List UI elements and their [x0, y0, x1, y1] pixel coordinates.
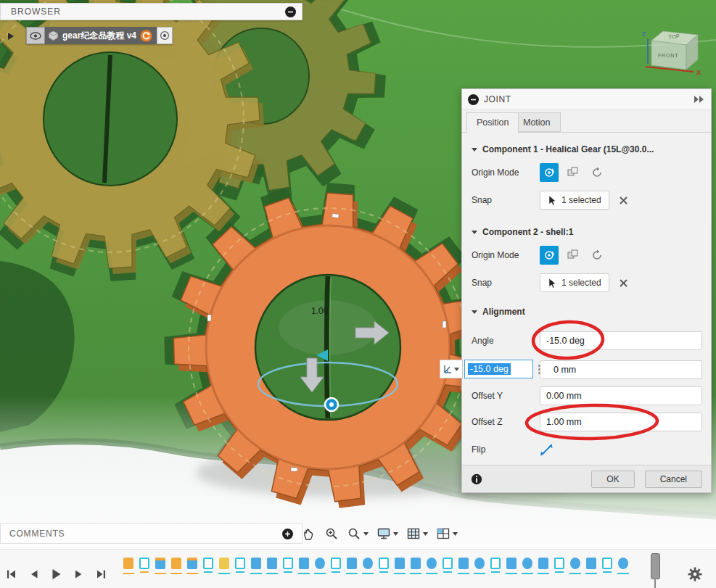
timeline-feature-icon[interactable]: [187, 558, 197, 569]
snap-selection-button[interactable]: 1 selected: [540, 273, 609, 292]
browser-collapse-arrow[interactable]: [7, 30, 15, 44]
timeline-feature-icon[interactable]: [474, 558, 485, 569]
timeline-settings-gear-icon[interactable]: [688, 567, 702, 581]
timeline-feature-icon[interactable]: [379, 558, 389, 569]
flip-label: Flip: [472, 444, 540, 455]
playback-controls: [6, 568, 107, 580]
timeline-feature-track[interactable]: [123, 558, 628, 569]
timeline-feature-icon[interactable]: [155, 558, 165, 569]
timeline-feature-icon[interactable]: [586, 558, 596, 569]
browser-root-component[interactable]: gear纪念品教程 v4: [26, 27, 173, 44]
snap-selection-button[interactable]: 1 selected: [540, 191, 609, 210]
timeline-feature-icon[interactable]: [538, 558, 548, 569]
browser-panel[interactable]: BROWSER: [0, 3, 303, 20]
viewports-tool[interactable]: [436, 526, 458, 541]
minimize-panel-button[interactable]: [285, 7, 296, 17]
measure-type-dropdown[interactable]: [440, 360, 463, 378]
clear-selection-button[interactable]: [620, 279, 627, 287]
timeline-feature-icon[interactable]: [299, 558, 309, 569]
angle-input[interactable]: [540, 331, 702, 350]
timeline-feature-icon[interactable]: [267, 558, 277, 569]
grid-and-snaps-tool[interactable]: [406, 526, 428, 541]
component2-section-header[interactable]: Component 2 - shell:1: [472, 227, 704, 237]
joint-origin-dot-center: [329, 402, 334, 407]
cancel-button[interactable]: Cancel: [645, 471, 702, 488]
zoom-tool[interactable]: [347, 526, 369, 541]
update-available-icon[interactable]: [140, 30, 152, 42]
flip-row: Flip: [472, 439, 702, 460]
timeline-feature-icon[interactable]: [490, 558, 501, 569]
origin-mode-joint-origin-button[interactable]: [540, 246, 559, 265]
timeline-feature-icon[interactable]: [283, 558, 293, 569]
flip-icon: [540, 443, 554, 457]
origin-mode-between-faces-button[interactable]: [564, 163, 583, 182]
timeline-feature-icon[interactable]: [443, 558, 453, 569]
display-settings-tool[interactable]: [376, 526, 398, 541]
timeline-bar[interactable]: [0, 549, 716, 588]
info-button[interactable]: [471, 473, 482, 485]
eye-icon: [30, 32, 41, 40]
comments-title: COMMENTS: [9, 529, 282, 539]
component1-section-header[interactable]: Component 1 - Healical Gear (15L@30.0...: [472, 144, 704, 154]
timeline-feature-icon[interactable]: [219, 558, 229, 569]
origin-mode-simple-button[interactable]: [588, 163, 606, 182]
origin-mode-joint-origin-button[interactable]: [540, 163, 559, 182]
go-to-beginning-button[interactable]: [6, 569, 17, 579]
timeline-feature-icon[interactable]: [171, 558, 181, 569]
timeline-feature-icon[interactable]: [411, 558, 421, 569]
timeline-scrubber[interactable]: [651, 553, 660, 579]
collapse-dialog-button[interactable]: [468, 94, 479, 105]
tab-position[interactable]: Position: [466, 112, 519, 133]
offset-x-input[interactable]: [540, 360, 702, 379]
offset-y-input[interactable]: [540, 386, 702, 405]
joint-dialog-header[interactable]: JOINT: [462, 89, 711, 110]
timeline-feature-icon[interactable]: [554, 558, 564, 569]
snap-row: Snap 1 selected: [472, 272, 702, 294]
timeline-feature-icon[interactable]: [203, 558, 213, 569]
timeline-feature-icon[interactable]: [522, 558, 532, 569]
pan-tool[interactable]: [302, 526, 316, 541]
joint-dialog[interactable]: JOINT Position Motion Component 1 - Heal…: [461, 88, 712, 493]
timeline-feature-icon[interactable]: [570, 558, 580, 569]
step-forward-button[interactable]: [74, 569, 83, 579]
cursor-icon: [548, 195, 557, 206]
timeline-feature-icon[interactable]: [395, 558, 405, 569]
timeline-feature-icon[interactable]: [506, 558, 517, 569]
timeline-feature-icon[interactable]: [347, 558, 357, 569]
drag-grip[interactable]: [535, 360, 543, 378]
circular-reference-icon: [591, 249, 604, 262]
cursor-icon: [548, 278, 557, 289]
origin-mode-between-faces-button[interactable]: [564, 246, 583, 265]
chevron-down-icon: [423, 532, 428, 536]
fit-tool[interactable]: [324, 526, 339, 541]
clear-selection-button[interactable]: [620, 196, 627, 204]
play-button[interactable]: [51, 568, 62, 580]
comments-bar[interactable]: COMMENTS: [0, 523, 303, 544]
offset-z-input[interactable]: [540, 413, 702, 431]
timeline-feature-icon[interactable]: [458, 558, 469, 569]
activate-component-radio[interactable]: [157, 27, 173, 44]
timeline-feature-icon[interactable]: [235, 558, 245, 569]
angle-value-field[interactable]: -15.0 deg: [464, 360, 533, 378]
expand-right-icon[interactable]: [694, 96, 705, 103]
step-back-button[interactable]: [29, 569, 38, 579]
ok-button[interactable]: OK: [591, 471, 634, 488]
timeline-feature-icon[interactable]: [123, 558, 133, 569]
tab-motion[interactable]: Motion: [513, 112, 561, 132]
timeline-feature-icon[interactable]: [331, 558, 341, 569]
timeline-feature-icon[interactable]: [315, 558, 325, 569]
origin-mode-simple-button[interactable]: [588, 246, 606, 265]
timeline-feature-icon[interactable]: [363, 558, 373, 569]
add-comment-button[interactable]: [282, 529, 293, 539]
visibility-toggle[interactable]: [26, 27, 45, 44]
timeline-feature-icon[interactable]: [427, 558, 437, 569]
timeline-feature-icon[interactable]: [602, 558, 612, 569]
alignment-section-header[interactable]: Alignment: [472, 307, 704, 317]
joint-tabs: Position Motion: [462, 109, 711, 133]
timeline-feature-icon[interactable]: [618, 558, 628, 569]
timeline-feature-icon[interactable]: [251, 558, 261, 569]
go-to-end-button[interactable]: [96, 569, 107, 579]
timeline-feature-icon[interactable]: [139, 558, 149, 569]
flip-button[interactable]: [540, 443, 554, 457]
in-canvas-dimension-box[interactable]: -15.0 deg: [440, 359, 543, 379]
